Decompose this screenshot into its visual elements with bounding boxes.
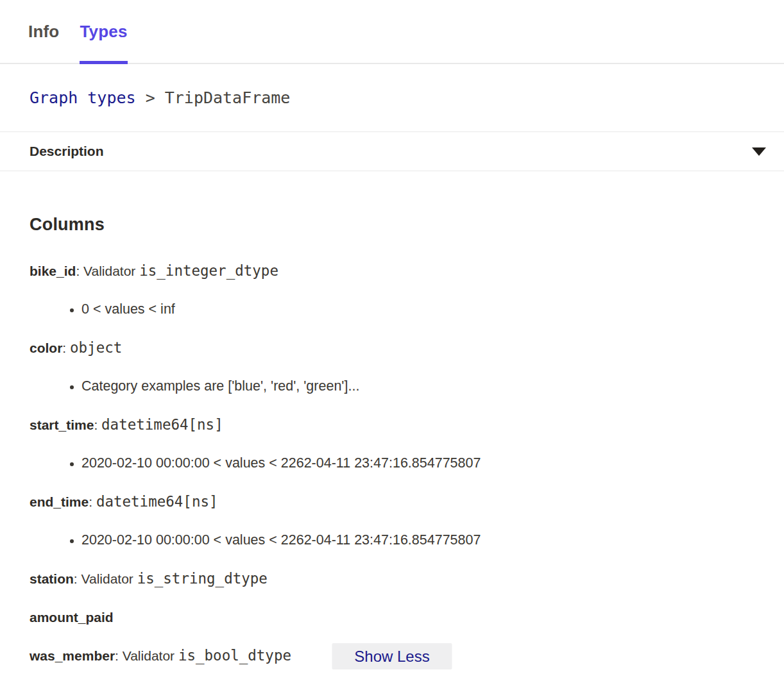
column-entry-amount-paid: amount_paid [30, 608, 754, 626]
breadcrumb-link-graph-types[interactable]: Graph types [30, 88, 136, 107]
description-accordion[interactable]: Description [0, 132, 784, 171]
tab-bar: Info Types [0, 0, 784, 64]
caret-down-icon[interactable] [752, 147, 766, 156]
constraint-item: 0 < values < inf [81, 300, 754, 319]
column-name: was_member [30, 648, 115, 663]
column-constraints-list: 2020-02-10 00:00:00 < values < 2262-04-1… [30, 454, 754, 473]
column-constraints-list: 0 < values < inf [30, 300, 754, 319]
column-constraints-list: 2020-02-10 00:00:00 < values < 2262-04-1… [30, 531, 754, 550]
column-entry-end-time: end_time: datetime64[ns] [30, 492, 754, 511]
column-validator-prefix: : [62, 340, 70, 355]
tab-types[interactable]: Types [80, 0, 127, 63]
column-name: color [30, 340, 62, 355]
tab-info[interactable]: Info [28, 0, 59, 63]
column-entry-color: color: object [30, 339, 754, 357]
column-entry-start-time: start_time: datetime64[ns] [30, 416, 754, 434]
show-less-button[interactable]: Show Less [332, 643, 452, 669]
column-validator-prefix: : Validator [76, 264, 139, 278]
column-validator-prefix: : [89, 494, 96, 509]
column-dtype-code: object [70, 339, 122, 356]
column-entry-station: station: Validator is_string_dtype [30, 569, 754, 588]
column-name: end_time [30, 494, 89, 509]
column-name: station [30, 571, 74, 586]
column-validator-prefix: : Validator [115, 648, 178, 663]
columns-heading: Columns [30, 215, 754, 235]
column-entry-bike-id: bike_id: Validator is_integer_dtype [30, 262, 754, 280]
constraint-item: Category examples are ['blue', 'red', 'g… [81, 377, 754, 396]
breadcrumb-separator: > [136, 88, 165, 107]
column-constraints-list: Category examples are ['blue', 'red', 'g… [30, 377, 754, 396]
columns-section: Columns bike_id: Validator is_integer_dt… [0, 215, 784, 665]
column-validator-prefix: : [94, 417, 101, 432]
column-validator-prefix: : Validator [74, 571, 137, 586]
description-label: Description [30, 144, 104, 159]
column-dtype-code: is_string_dtype [137, 570, 268, 587]
breadcrumb-current-page: TripDataFrame [165, 88, 291, 107]
column-dtype-code: is_bool_dtype [178, 647, 291, 664]
column-name: bike_id [30, 264, 76, 278]
constraint-item: 2020-02-10 00:00:00 < values < 2262-04-1… [81, 454, 754, 473]
constraint-item: 2020-02-10 00:00:00 < values < 2262-04-1… [81, 531, 754, 550]
column-name: start_time [30, 417, 94, 432]
column-name: amount_paid [30, 610, 114, 625]
column-dtype-code: datetime64[ns] [96, 493, 218, 510]
breadcrumb: Graph types > TripDataFrame [0, 64, 784, 132]
column-dtype-code: is_integer_dtype [139, 262, 278, 279]
column-dtype-code: datetime64[ns] [101, 416, 223, 433]
